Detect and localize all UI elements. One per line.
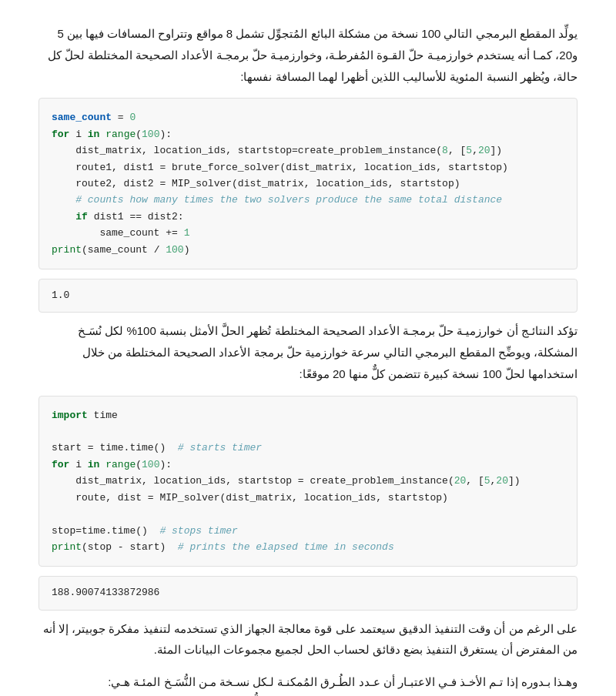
timing-paragraph-1: على الرغم من أن وقت التنفيذ الدقيق سيعتم… (38, 618, 578, 661)
output-block-2: 188.90074133872986 (38, 576, 578, 610)
output-block-1: 1.0 (38, 279, 578, 313)
results-paragraph: تؤكد النتائـج أن خوارزميـة حلّ برمجـة ال… (38, 320, 578, 384)
page-container: يولِّد المقطع البرمجي التالي 100 نسخة من… (0, 0, 616, 696)
timing-paragraph-2: وهـذا بـدوره إذا تـم الأخـذ فـي الاعتبـا… (38, 671, 578, 696)
code-block-2: import time start = time.time() # starts… (38, 396, 578, 567)
code-block-1: same_count = 0 for i in range(100): dist… (38, 98, 578, 269)
intro-paragraph-1: يولِّد المقطع البرمجي التالي 100 نسخة من… (38, 23, 578, 87)
